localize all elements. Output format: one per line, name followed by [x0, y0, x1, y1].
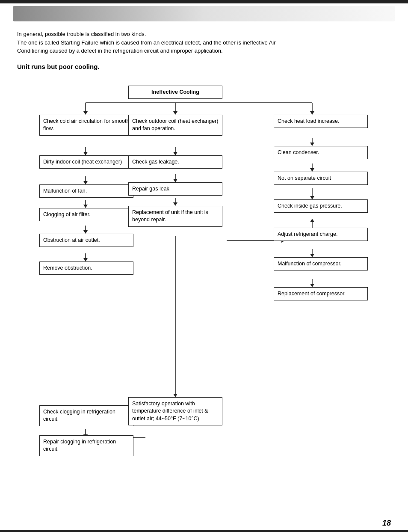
page: In general, possible trouble is classifi…	[0, 0, 408, 532]
svg-marker-39	[173, 394, 177, 397]
box-left-1: Check cold air circulation for smooth fl…	[39, 115, 133, 136]
box-mid-3: Repair gas leak.	[128, 182, 222, 196]
svg-marker-15	[83, 230, 88, 234]
section-title: Unit runs but poor cooling.	[17, 63, 391, 70]
gradient-bar	[13, 6, 395, 21]
intro-line2: The one is called Starting Failure which…	[17, 39, 391, 47]
svg-marker-9	[83, 152, 88, 155]
intro-line1: In general, possible trouble is classifi…	[17, 30, 391, 39]
intro-line3: Conditioning caused by a defect in the r…	[17, 47, 391, 55]
box-left-3: Malfunction of fan.	[39, 184, 133, 198]
svg-marker-13	[83, 205, 88, 208]
svg-marker-27	[310, 168, 314, 172]
svg-marker-19	[173, 152, 177, 155]
content-area: In general, possible trouble is classifi…	[17, 30, 391, 519]
svg-marker-7	[310, 111, 314, 115]
svg-marker-21	[173, 179, 177, 182]
svg-marker-4	[173, 111, 177, 115]
svg-marker-33	[310, 254, 314, 257]
box-left-2: Dirty indoor coil (heat exchanger)	[39, 155, 133, 169]
bottom-border	[0, 530, 408, 532]
box-right-5: Adjust refrigerant charge.	[274, 228, 368, 241]
top-border	[0, 0, 408, 3]
box-left-4: Clogging of air filter.	[39, 208, 133, 222]
box-root: Ineffective Cooling	[128, 86, 222, 99]
svg-marker-29	[310, 196, 314, 199]
svg-marker-31	[310, 219, 314, 222]
box-mid-1: Check outdoor coil (heat exchanger) and …	[128, 115, 222, 136]
box-left-5: Obstruction at air outlet.	[39, 234, 133, 247]
box-mid-2: Check gas leakage.	[128, 155, 222, 169]
box-bottom-repair: Repair clogging in refrigeration circuit…	[39, 435, 133, 456]
box-right-4: Check inside gas pressure.	[274, 199, 368, 213]
flowchart: Ineffective Cooling Check cold air circu…	[17, 78, 391, 484]
box-bottom-satisfactory: Satisfactory operation with temperature …	[128, 397, 222, 426]
svg-marker-35	[310, 284, 314, 287]
box-right-2: Clean condenser.	[274, 146, 368, 160]
svg-marker-25	[310, 143, 314, 146]
svg-marker-2	[83, 111, 88, 115]
box-right-6: Malfunction of compressor.	[274, 257, 368, 271]
box-right-3: Not on separate circuit	[274, 172, 368, 185]
box-right-7: Replacement of compressor.	[274, 287, 368, 301]
box-bottom-check: Check clogging in refrigeration circuit.	[39, 405, 133, 426]
page-number: 18	[382, 519, 391, 528]
svg-marker-17	[83, 258, 88, 262]
box-mid-4: Replacement of unit if the unit is beyon…	[128, 206, 222, 227]
box-right-1: Check heat load increase.	[274, 115, 368, 128]
intro-text: In general, possible trouble is classifi…	[17, 30, 391, 55]
svg-marker-11	[83, 181, 88, 184]
box-left-6: Remove obstruction.	[39, 262, 133, 275]
svg-marker-23	[173, 202, 177, 206]
